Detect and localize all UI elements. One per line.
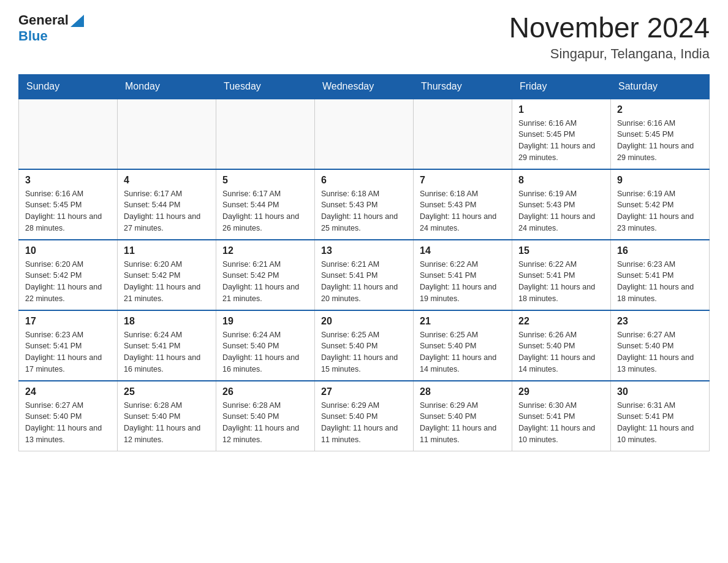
day-info: Sunrise: 6:29 AM Sunset: 5:40 PM Dayligh… [321, 400, 407, 446]
calendar-cell [118, 99, 216, 169]
day-number: 7 [420, 175, 506, 186]
day-number: 28 [420, 386, 506, 397]
calendar-cell: 29Sunrise: 6:30 AM Sunset: 5:41 PM Dayli… [512, 381, 611, 451]
calendar-cell: 10Sunrise: 6:20 AM Sunset: 5:42 PM Dayli… [19, 240, 118, 310]
logo-triangle-icon [70, 15, 84, 27]
logo: General Blue [18, 12, 84, 44]
calendar-cell: 22Sunrise: 6:26 AM Sunset: 5:40 PM Dayli… [512, 310, 611, 381]
day-number: 22 [518, 316, 604, 327]
week-row: 17Sunrise: 6:23 AM Sunset: 5:41 PM Dayli… [19, 310, 710, 381]
day-info: Sunrise: 6:30 AM Sunset: 5:41 PM Dayligh… [518, 400, 604, 446]
calendar-cell: 17Sunrise: 6:23 AM Sunset: 5:41 PM Dayli… [19, 310, 118, 381]
day-info: Sunrise: 6:21 AM Sunset: 5:42 PM Dayligh… [222, 259, 308, 305]
day-info: Sunrise: 6:23 AM Sunset: 5:41 PM Dayligh… [25, 329, 111, 375]
calendar-cell: 24Sunrise: 6:27 AM Sunset: 5:40 PM Dayli… [19, 381, 118, 451]
day-number: 20 [321, 316, 407, 327]
day-info: Sunrise: 6:19 AM Sunset: 5:43 PM Dayligh… [518, 188, 604, 234]
calendar-cell: 11Sunrise: 6:20 AM Sunset: 5:42 PM Dayli… [118, 240, 216, 310]
calendar-cell [19, 99, 118, 169]
calendar-cell: 8Sunrise: 6:19 AM Sunset: 5:43 PM Daylig… [512, 169, 611, 240]
day-number: 2 [617, 104, 703, 115]
calendar-cell: 7Sunrise: 6:18 AM Sunset: 5:43 PM Daylig… [414, 169, 512, 240]
day-number: 29 [518, 386, 604, 397]
calendar-cell: 23Sunrise: 6:27 AM Sunset: 5:40 PM Dayli… [611, 310, 710, 381]
day-info: Sunrise: 6:27 AM Sunset: 5:40 PM Dayligh… [617, 329, 703, 375]
calendar-cell: 25Sunrise: 6:28 AM Sunset: 5:40 PM Dayli… [118, 381, 216, 451]
calendar-cell: 16Sunrise: 6:23 AM Sunset: 5:41 PM Dayli… [611, 240, 710, 310]
day-number: 13 [321, 245, 407, 256]
calendar-day-header: Friday [512, 74, 611, 99]
day-number: 24 [25, 386, 111, 397]
day-number: 9 [617, 175, 703, 186]
day-info: Sunrise: 6:25 AM Sunset: 5:40 PM Dayligh… [321, 329, 407, 375]
calendar-day-header: Saturday [611, 74, 710, 99]
calendar-cell [315, 99, 414, 169]
day-info: Sunrise: 6:28 AM Sunset: 5:40 PM Dayligh… [124, 400, 210, 446]
day-number: 21 [420, 316, 506, 327]
day-number: 18 [124, 316, 210, 327]
day-number: 6 [321, 175, 407, 186]
week-row: 10Sunrise: 6:20 AM Sunset: 5:42 PM Dayli… [19, 240, 710, 310]
calendar-cell: 20Sunrise: 6:25 AM Sunset: 5:40 PM Dayli… [315, 310, 414, 381]
calendar-cell: 12Sunrise: 6:21 AM Sunset: 5:42 PM Dayli… [216, 240, 315, 310]
week-row: 24Sunrise: 6:27 AM Sunset: 5:40 PM Dayli… [19, 381, 710, 451]
day-number: 3 [25, 175, 111, 186]
calendar-cell: 28Sunrise: 6:29 AM Sunset: 5:40 PM Dayli… [414, 381, 512, 451]
day-info: Sunrise: 6:16 AM Sunset: 5:45 PM Dayligh… [617, 118, 703, 164]
calendar-day-header: Monday [118, 74, 216, 99]
calendar-cell: 3Sunrise: 6:16 AM Sunset: 5:45 PM Daylig… [19, 169, 118, 240]
day-number: 16 [617, 245, 703, 256]
calendar-cell: 13Sunrise: 6:21 AM Sunset: 5:41 PM Dayli… [315, 240, 414, 310]
day-info: Sunrise: 6:29 AM Sunset: 5:40 PM Dayligh… [420, 400, 506, 446]
day-info: Sunrise: 6:18 AM Sunset: 5:43 PM Dayligh… [420, 188, 506, 234]
logo-text: General Blue [18, 12, 84, 44]
calendar-cell: 15Sunrise: 6:22 AM Sunset: 5:41 PM Dayli… [512, 240, 611, 310]
location-subtitle: Singapur, Telangana, India [509, 46, 710, 62]
day-info: Sunrise: 6:16 AM Sunset: 5:45 PM Dayligh… [25, 188, 111, 234]
day-number: 25 [124, 386, 210, 397]
day-number: 15 [518, 245, 604, 256]
calendar-cell: 9Sunrise: 6:19 AM Sunset: 5:42 PM Daylig… [611, 169, 710, 240]
day-number: 12 [222, 245, 308, 256]
day-number: 1 [518, 104, 604, 115]
calendar-cell: 30Sunrise: 6:31 AM Sunset: 5:41 PM Dayli… [611, 381, 710, 451]
calendar-cell: 2Sunrise: 6:16 AM Sunset: 5:45 PM Daylig… [611, 99, 710, 169]
calendar-cell: 4Sunrise: 6:17 AM Sunset: 5:44 PM Daylig… [118, 169, 216, 240]
svg-marker-0 [70, 15, 84, 27]
day-info: Sunrise: 6:31 AM Sunset: 5:41 PM Dayligh… [617, 400, 703, 446]
calendar-day-header: Sunday [19, 74, 118, 99]
day-number: 14 [420, 245, 506, 256]
calendar-cell: 1Sunrise: 6:16 AM Sunset: 5:45 PM Daylig… [512, 99, 611, 169]
calendar-cell: 6Sunrise: 6:18 AM Sunset: 5:43 PM Daylig… [315, 169, 414, 240]
day-number: 23 [617, 316, 703, 327]
title-section: November 2024 Singapur, Telangana, India [509, 12, 710, 62]
main-title: November 2024 [509, 12, 710, 44]
calendar-cell: 21Sunrise: 6:25 AM Sunset: 5:40 PM Dayli… [414, 310, 512, 381]
day-number: 30 [617, 386, 703, 397]
day-number: 27 [321, 386, 407, 397]
calendar-day-header: Thursday [414, 74, 512, 99]
calendar-table: SundayMondayTuesdayWednesdayThursdayFrid… [18, 74, 710, 451]
day-info: Sunrise: 6:26 AM Sunset: 5:40 PM Dayligh… [518, 329, 604, 375]
day-number: 10 [25, 245, 111, 256]
day-number: 26 [222, 386, 308, 397]
calendar-cell [216, 99, 315, 169]
day-number: 8 [518, 175, 604, 186]
day-info: Sunrise: 6:19 AM Sunset: 5:42 PM Dayligh… [617, 188, 703, 234]
day-info: Sunrise: 6:25 AM Sunset: 5:40 PM Dayligh… [420, 329, 506, 375]
day-number: 5 [222, 175, 308, 186]
day-info: Sunrise: 6:23 AM Sunset: 5:41 PM Dayligh… [617, 259, 703, 305]
week-row: 1Sunrise: 6:16 AM Sunset: 5:45 PM Daylig… [19, 99, 710, 169]
day-info: Sunrise: 6:28 AM Sunset: 5:40 PM Dayligh… [222, 400, 308, 446]
logo-general: General [18, 12, 69, 28]
day-info: Sunrise: 6:22 AM Sunset: 5:41 PM Dayligh… [420, 259, 506, 305]
day-number: 11 [124, 245, 210, 256]
calendar-day-header: Tuesday [216, 74, 315, 99]
calendar-header-row: SundayMondayTuesdayWednesdayThursdayFrid… [19, 74, 710, 99]
calendar-cell [414, 99, 512, 169]
calendar-cell: 14Sunrise: 6:22 AM Sunset: 5:41 PM Dayli… [414, 240, 512, 310]
calendar-cell: 27Sunrise: 6:29 AM Sunset: 5:40 PM Dayli… [315, 381, 414, 451]
day-number: 19 [222, 316, 308, 327]
day-info: Sunrise: 6:24 AM Sunset: 5:40 PM Dayligh… [222, 329, 308, 375]
day-info: Sunrise: 6:21 AM Sunset: 5:41 PM Dayligh… [321, 259, 407, 305]
